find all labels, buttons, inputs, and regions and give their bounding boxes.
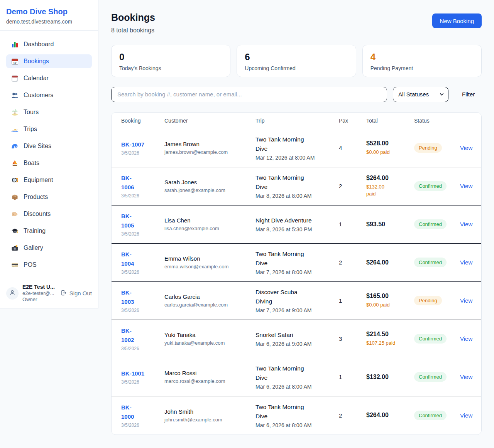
sidebar-item-boats[interactable]: Boats — [6, 156, 92, 170]
booking-id-link[interactable]: BK- 1000 — [121, 403, 164, 421]
view-cell: View — [460, 374, 472, 380]
sidebar-item-dashboard[interactable]: Dashboard — [6, 37, 92, 51]
paid-amount: $0.00 paid — [366, 301, 414, 308]
customer-cell: Lisa Chenlisa.chen@example.com — [164, 217, 255, 231]
view-cell: View — [460, 335, 472, 342]
total-amount: $264.00 — [366, 412, 414, 419]
sidebar-item-equipment[interactable]: Equipment — [6, 173, 92, 187]
status-filter-select[interactable]: All Statuses — [393, 87, 448, 102]
view-link[interactable]: View — [460, 145, 472, 151]
total-cell: $93.50 — [366, 221, 414, 228]
trip-datetime: Mar 7, 2026 at 9:00 AM — [255, 307, 339, 313]
status-badge: Confirmed — [414, 258, 447, 267]
stat-label: Today's Bookings — [119, 65, 222, 71]
view-link[interactable]: View — [460, 221, 472, 227]
booking-id-link[interactable]: BK-1001 — [121, 369, 164, 378]
avatar — [6, 287, 19, 300]
filter-button[interactable]: Filter — [460, 91, 476, 98]
booking-id-link[interactable]: BK- 1005 — [121, 212, 164, 230]
dive-mask-icon — [11, 177, 19, 184]
stat-card-pending-payment: 4Pending Payment — [362, 45, 482, 77]
customer-name: Emma Wilson — [164, 255, 255, 262]
column-header-booking: Booking — [121, 118, 164, 124]
sidebar-item-pos[interactable]: POS — [6, 258, 92, 272]
calendar-date-icon: 17 — [11, 58, 19, 65]
sidebar-item-label: Tours — [24, 109, 39, 116]
shop-domain: demo.test.divestreams.com — [6, 19, 92, 25]
booking-cell: BK- 10033/5/2026 — [121, 288, 164, 313]
booking-created-date: 3/5/2026 — [121, 269, 164, 275]
sidebar-item-discounts[interactable]: Discounts — [6, 207, 92, 221]
view-link[interactable]: View — [460, 297, 472, 304]
new-booking-button[interactable]: New Booking — [432, 13, 482, 28]
sidebar-item-calendar[interactable]: Calendar — [6, 71, 92, 85]
customer-name: Lisa Chen — [164, 217, 255, 224]
view-cell: View — [460, 259, 472, 266]
pax-count: 2 — [339, 259, 366, 266]
booking-id-link[interactable]: BK- 1006 — [121, 173, 164, 192]
sign-out-button[interactable]: Sign Out — [60, 290, 92, 297]
view-link[interactable]: View — [460, 412, 472, 419]
booking-cell: BK- 10053/5/2026 — [121, 212, 164, 237]
sign-out-label: Sign Out — [69, 290, 92, 296]
trip-datetime: Mar 12, 2026 at 8:00 AM — [255, 155, 339, 161]
booking-created-date: 3/5/2026 — [121, 308, 164, 313]
sidebar-item-trips[interactable]: Trips — [6, 122, 92, 136]
sidebar-item-gallery[interactable]: Gallery — [6, 241, 92, 255]
sidebar-item-label: Calendar — [24, 75, 49, 82]
trip-name: Two Tank Morning Dive — [255, 364, 339, 382]
booking-cell: BK- 10063/5/2026 — [121, 173, 164, 199]
trip-datetime: Mar 8, 2026 at 8:00 AM — [255, 193, 339, 199]
people-icon — [11, 92, 19, 99]
sidebar-item-customers[interactable]: Customers — [6, 88, 92, 102]
booking-created-date: 3/5/2026 — [121, 379, 164, 385]
total-cell: $132.00 — [366, 374, 414, 381]
booking-id-link[interactable]: BK- 1002 — [121, 326, 164, 345]
status-badge: Confirmed — [414, 411, 447, 420]
view-link[interactable]: View — [460, 374, 472, 380]
trip-datetime: Mar 8, 2026 at 5:30 PM — [255, 226, 339, 232]
trip-name: Two Tank Morning Dive — [255, 135, 339, 153]
status-cell: Pending — [414, 296, 460, 305]
sidebar-item-label: Dashboard — [24, 41, 54, 48]
view-link[interactable]: View — [460, 183, 472, 189]
booking-id-link[interactable]: BK-1007 — [121, 140, 164, 149]
customer-name: Carlos Garcia — [164, 293, 255, 300]
view-cell: View — [460, 145, 472, 151]
sidebar-item-products[interactable]: Products — [6, 190, 92, 204]
paid-amount: $0.00 paid — [366, 149, 414, 156]
view-link[interactable]: View — [460, 259, 472, 266]
stat-value: 0 — [119, 52, 222, 62]
customer-cell: Sarah Jonessarah.jones@example.com — [164, 179, 255, 193]
total-amount: $264.00 — [366, 175, 414, 182]
svg-text:17: 17 — [13, 61, 16, 64]
customer-name: Sarah Jones — [164, 179, 255, 185]
total-cell: $214.50$107.25 paid — [366, 331, 414, 347]
view-cell: View — [460, 183, 472, 189]
booking-created-date: 3/5/2026 — [121, 346, 164, 351]
booking-id-link[interactable]: BK- 1003 — [121, 288, 164, 307]
status-cell: Confirmed — [414, 219, 460, 229]
total-cell: $528.00$0.00 paid — [366, 140, 414, 156]
booking-id-link[interactable]: BK- 1004 — [121, 250, 164, 268]
search-input[interactable] — [111, 87, 387, 102]
status-cell: Confirmed — [414, 258, 460, 267]
customer-email: carlos.garcia@example.com — [164, 302, 255, 308]
view-link[interactable]: View — [460, 335, 472, 342]
sidebar-item-tours[interactable]: Tours — [6, 105, 92, 119]
sidebar-item-dive-sites[interactable]: Dive Sites — [6, 139, 92, 153]
total-cell: $264.00$132.00 paid — [366, 175, 414, 197]
total-amount: $214.50 — [366, 331, 414, 338]
column-header-total: Total — [366, 118, 414, 124]
trip-datetime: Mar 6, 2026 at 9:00 AM — [255, 341, 339, 347]
booking-row: BK- 10023/5/2026Yuki Tanakayuki.tanaka@e… — [112, 320, 481, 358]
trip-cell: Two Tank Morning DiveMar 12, 2026 at 8:0… — [255, 135, 339, 161]
sidebar-item-bookings[interactable]: 17Bookings — [6, 54, 92, 68]
customer-cell: John Smithjohn.smith@example.com — [164, 408, 255, 423]
pax-count: 1 — [339, 221, 366, 227]
booking-cell: BK- 10023/5/2026 — [121, 326, 164, 351]
customer-cell: Emma Wilsonemma.wilson@example.com — [164, 255, 255, 269]
booking-created-date: 3/5/2026 — [121, 423, 164, 428]
sidebar-item-training[interactable]: Training — [6, 224, 92, 238]
bookings-table: BookingCustomerTripPaxTotalStatus BK-100… — [111, 112, 482, 435]
